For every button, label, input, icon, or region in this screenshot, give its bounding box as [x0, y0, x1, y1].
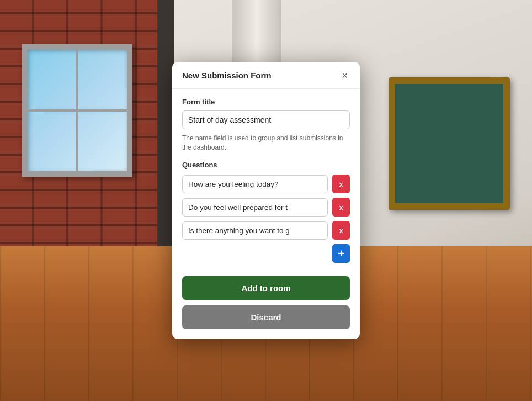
add-to-room-button[interactable]: Add to room [182, 276, 350, 300]
remove-question-1-button[interactable]: x [332, 175, 350, 193]
modal-body: Form title The name field is used to gro… [172, 89, 360, 277]
form-title-input[interactable] [182, 110, 350, 129]
question-input-2[interactable] [182, 198, 328, 217]
helper-text: The name field is used to group and list… [182, 134, 350, 152]
discard-button[interactable]: Discard [182, 305, 350, 329]
close-button[interactable]: × [339, 70, 350, 82]
question-row: x [182, 175, 350, 193]
questions-label: Questions [182, 161, 350, 169]
modal-overlay: New Submission Form × Form title The nam… [0, 0, 532, 401]
add-question-button[interactable]: + [332, 244, 350, 263]
submission-form-modal: New Submission Form × Form title The nam… [172, 62, 360, 340]
modal-title: New Submission Form [182, 71, 272, 80]
question-row: x [182, 221, 350, 240]
remove-question-2-button[interactable]: x [332, 198, 350, 217]
add-question-row: + [182, 244, 350, 263]
remove-question-3-button[interactable]: x [332, 221, 350, 240]
question-row: x [182, 198, 350, 217]
question-input-3[interactable] [182, 221, 328, 240]
modal-footer: Add to room Discard [172, 276, 360, 339]
question-input-1[interactable] [182, 175, 328, 193]
form-title-label: Form title [182, 98, 350, 106]
modal-header: New Submission Form × [172, 62, 360, 89]
